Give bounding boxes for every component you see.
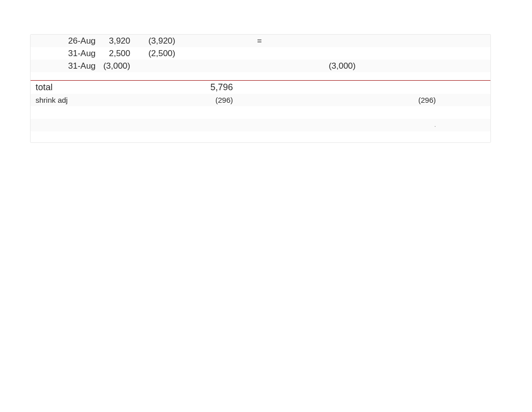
cell-amount	[133, 60, 178, 72]
cell-far	[311, 35, 359, 47]
cell-label	[31, 35, 68, 47]
cell-amount: (2,500)	[133, 47, 178, 60]
cell-blank	[236, 106, 286, 119]
dot-row: .	[31, 119, 490, 131]
cell-date: 31-Aug	[68, 47, 98, 60]
cell-spacer	[359, 94, 386, 106]
cell-blank	[439, 119, 490, 131]
cell-spacer	[359, 60, 386, 72]
cell-amount2	[178, 47, 236, 60]
cell-spacer	[31, 72, 490, 79]
dot-cell: .	[386, 119, 439, 131]
cell-far: (3,000)	[311, 60, 359, 72]
cell-blank	[68, 119, 98, 131]
cell-blank	[286, 119, 311, 131]
cell-tail	[439, 81, 490, 94]
cell-blank	[31, 119, 68, 131]
cell-amount	[133, 94, 178, 106]
cell-gap	[286, 94, 311, 106]
cell-blank	[133, 106, 178, 119]
cell-label	[31, 47, 68, 60]
cell-blank	[236, 119, 286, 131]
cell-tail	[439, 35, 490, 47]
cell-blank	[68, 106, 98, 119]
cell-blank	[133, 119, 178, 131]
cell-mid	[236, 81, 286, 94]
cell-blank	[178, 119, 236, 131]
blank-row	[31, 106, 490, 119]
total-row: total 5,796	[31, 81, 490, 94]
cell-tail	[439, 47, 490, 60]
cell-far	[311, 94, 359, 106]
cell-far	[311, 81, 359, 94]
cell-blank	[386, 106, 439, 119]
cell-qty	[98, 81, 133, 94]
cell-spacer	[359, 35, 386, 47]
cell-blank	[311, 119, 359, 131]
cell-blank	[178, 106, 236, 119]
cell-equals: =	[236, 35, 286, 47]
cell-end	[386, 35, 439, 47]
cell-blank	[359, 119, 386, 131]
total-value: 5,796	[178, 81, 236, 94]
cell-date	[68, 81, 98, 94]
shrink-row: shrink adj (296) (296)	[31, 94, 490, 106]
cell-blank	[439, 106, 490, 119]
cell-amount2	[178, 35, 236, 47]
cell-qty	[98, 94, 133, 106]
cell-qty: 2,500	[98, 47, 133, 60]
cell-mid	[236, 94, 286, 106]
total-label: total	[31, 81, 68, 94]
cell-blank	[98, 119, 133, 131]
cell-qty: (3,000)	[98, 60, 133, 72]
cell-date: 31-Aug	[68, 60, 98, 72]
cell-date: 26-Aug	[68, 35, 98, 47]
cell-spacer	[359, 81, 386, 94]
cell-tail	[439, 60, 490, 72]
spacer-row	[31, 72, 490, 79]
shrink-amount: (296)	[178, 94, 236, 106]
cell-blank	[359, 106, 386, 119]
cell-blank	[98, 106, 133, 119]
cell-amount	[133, 81, 178, 94]
cell-blank	[286, 106, 311, 119]
cell-label	[31, 60, 68, 72]
bottom-pad-row	[31, 131, 490, 142]
cell-spacer	[359, 47, 386, 60]
cell-blank	[311, 106, 359, 119]
cell-far	[311, 47, 359, 60]
cell-qty: 3,920	[98, 35, 133, 47]
cell-pad	[31, 131, 490, 142]
cell-tail	[439, 94, 490, 106]
cell-mid	[236, 60, 286, 72]
table-row: 31-Aug (3,000) (3,000)	[31, 60, 490, 72]
shrink-end: (296)	[386, 94, 439, 106]
data-table: 26-Aug 3,920 (3,920) = 31-Aug 2,500 (2,5…	[31, 35, 490, 142]
cell-mid	[236, 47, 286, 60]
cell-gap	[286, 60, 311, 72]
cell-gap	[286, 47, 311, 60]
cell-blank	[31, 106, 68, 119]
cell-end	[386, 47, 439, 60]
cell-end	[386, 60, 439, 72]
cell-amount: (3,920)	[133, 35, 178, 47]
table-row: 31-Aug 2,500 (2,500)	[31, 47, 490, 60]
cell-amount2	[178, 60, 236, 72]
cell-gap	[286, 35, 311, 47]
cell-end	[386, 81, 439, 94]
cell-date	[68, 94, 98, 106]
cell-gap	[286, 81, 311, 94]
table-row: 26-Aug 3,920 (3,920) =	[31, 35, 490, 47]
shrink-label: shrink adj	[31, 94, 68, 106]
spreadsheet-region: 26-Aug 3,920 (3,920) = 31-Aug 2,500 (2,5…	[30, 34, 491, 143]
